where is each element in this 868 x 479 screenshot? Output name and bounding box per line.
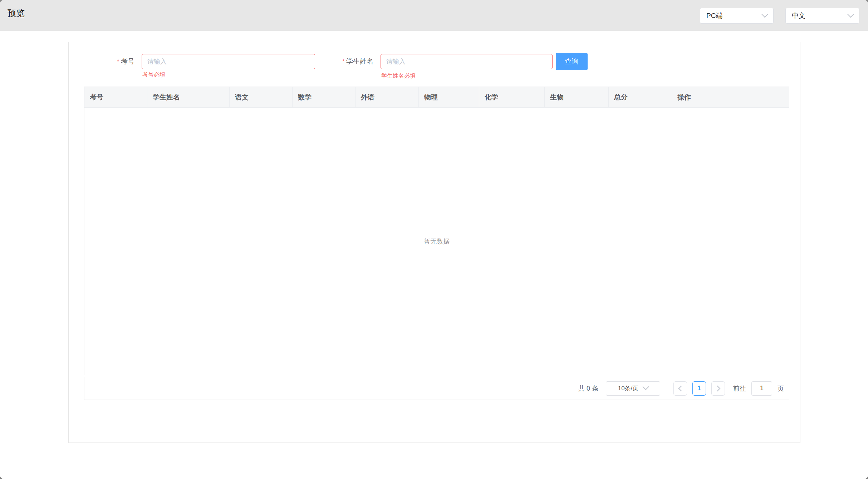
page-size-select[interactable]: 10条/页 [606, 381, 660, 396]
column-header-exam-no: 考号 [84, 87, 147, 107]
topbar: 预览 PC端 中文 [0, 0, 868, 31]
chevron-down-icon [643, 383, 649, 390]
chevron-down-icon [761, 11, 768, 18]
chevron-right-icon [715, 385, 721, 391]
exam-no-input[interactable] [142, 54, 315, 69]
jump-prefix-label: 前往 [733, 384, 746, 393]
prev-page-button[interactable] [673, 381, 687, 396]
column-header-biology: 生物 [545, 87, 609, 107]
column-header-math: 数学 [293, 87, 355, 107]
preview-dialog: 预览 PC端 中文 *考号 考号必填 *学生姓名 学生姓名必填 查询 [0, 0, 868, 479]
column-header-physics: 物理 [419, 87, 479, 107]
page-size-value: 10条/页 [618, 384, 639, 392]
empty-text: 暂无数据 [424, 237, 450, 246]
pagination-bar: 共 0 条 10条/页 1 前往 页 [84, 377, 789, 400]
language-select[interactable]: 中文 [785, 8, 859, 24]
student-name-input[interactable] [381, 54, 553, 69]
column-header-student-name: 学生姓名 [147, 87, 230, 107]
column-header-chinese: 语文 [230, 87, 293, 107]
table-header-row: 考号 学生姓名 语文 数学 外语 物理 化学 生物 总分 操作 [84, 87, 789, 108]
exam-no-label-text: 考号 [121, 58, 134, 65]
page-title: 预览 [8, 8, 25, 19]
column-header-actions: 操作 [672, 87, 789, 107]
current-page-button[interactable]: 1 [692, 381, 706, 396]
student-name-label-text: 学生姓名 [346, 58, 373, 65]
device-select[interactable]: PC端 [700, 8, 774, 24]
required-asterisk: * [342, 58, 345, 65]
exam-no-error: 考号必填 [142, 71, 165, 79]
results-table: 考号 学生姓名 语文 数学 外语 物理 化学 生物 总分 操作 暂无数据 [84, 87, 789, 375]
content-card: *考号 考号必填 *学生姓名 学生姓名必填 查询 考号 学生姓名 语文 数学 外… [68, 42, 800, 443]
chevron-down-icon [847, 11, 854, 18]
language-select-value: 中文 [792, 11, 805, 20]
chevron-left-icon [678, 385, 684, 391]
jump-suffix-label: 页 [778, 384, 784, 393]
required-asterisk: * [117, 58, 119, 65]
next-page-button[interactable] [711, 381, 725, 396]
column-header-total-score: 总分 [609, 87, 672, 107]
search-button[interactable]: 查询 [556, 53, 588, 70]
student-name-label: *学生姓名 [312, 54, 373, 69]
device-select-value: PC端 [706, 11, 722, 20]
student-name-error: 学生姓名必填 [381, 72, 416, 80]
table-empty-state: 暂无数据 [84, 108, 789, 375]
page-jump-input[interactable] [751, 381, 772, 396]
column-header-foreign-lang: 外语 [355, 87, 419, 107]
exam-no-label: *考号 [83, 54, 134, 69]
preview-screen: 预览 PC端 中文 *考号 考号必填 *学生姓名 学生姓名必填 查询 [0, 0, 868, 479]
column-header-chemistry: 化学 [479, 87, 545, 107]
pagination-total: 共 0 条 [578, 384, 598, 393]
